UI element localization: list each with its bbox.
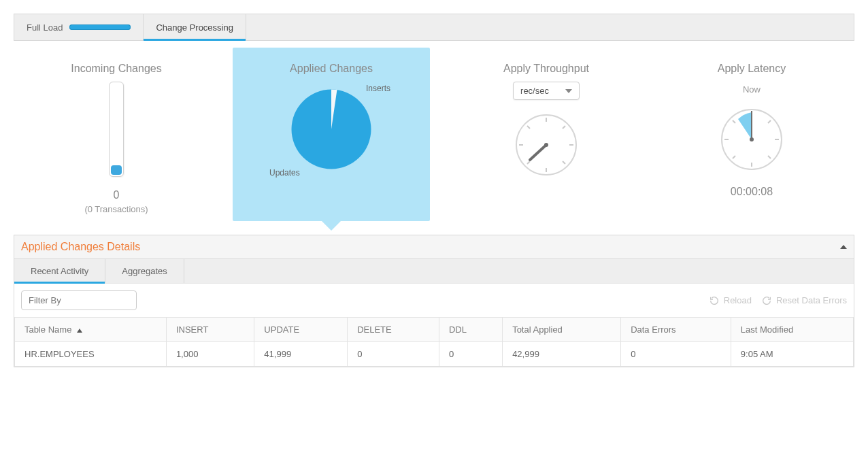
filter-input[interactable] xyxy=(21,290,137,310)
throughput-unit-select[interactable]: rec/sec xyxy=(513,82,580,100)
dashboard: Incoming Changes 0 (0 Transactions) Appl… xyxy=(14,41,854,235)
tab-change-processing[interactable]: Change Processing xyxy=(144,14,246,40)
subtab-aggregates-label: Aggregates xyxy=(122,266,167,276)
svg-line-9 xyxy=(563,126,565,129)
cell-errors: 0 xyxy=(621,342,731,367)
col-modified[interactable]: Last Modified xyxy=(731,318,853,342)
incoming-sub: (0 Transactions) xyxy=(84,204,148,214)
apply-latency-title: Apply Latency xyxy=(718,63,786,75)
incoming-changes-card: Incoming Changes 0 (0 Transactions) xyxy=(14,48,219,221)
svg-line-18 xyxy=(768,156,771,158)
svg-point-11 xyxy=(544,143,548,147)
tab-full-load-label: Full Load xyxy=(27,22,63,33)
applied-changes-details-panel: Applied Changes Details Recent Activity … xyxy=(14,235,854,367)
collapse-panel-icon[interactable] xyxy=(840,245,847,249)
col-delete[interactable]: DELETE xyxy=(348,318,439,342)
full-load-progress-icon xyxy=(69,24,131,30)
subtab-recent-label: Recent Activity xyxy=(31,266,88,276)
incoming-thermometer-icon xyxy=(109,82,124,177)
col-table-name-label: Table Name xyxy=(24,324,71,335)
latency-gauge-icon xyxy=(718,105,786,173)
cell-table-name: HR.EMPLOYEES xyxy=(15,342,167,367)
tab-full-load[interactable]: Full Load xyxy=(14,14,144,40)
col-insert[interactable]: INSERT xyxy=(166,318,254,342)
details-controls: Reload Reset Data Errors xyxy=(14,283,854,317)
tab-change-processing-label: Change Processing xyxy=(156,22,233,33)
pie-label-updates: Updates xyxy=(269,168,300,178)
svg-line-10 xyxy=(530,145,546,160)
details-subtabs: Recent Activity Aggregates xyxy=(14,258,854,283)
svg-line-8 xyxy=(527,161,530,164)
reload-button[interactable]: Reload xyxy=(709,295,752,306)
table-header-row: Table Name INSERT UPDATE DELETE DDL Tota… xyxy=(15,318,854,342)
reload-label: Reload xyxy=(724,295,752,305)
apply-throughput-card: Apply Throughput rec/sec xyxy=(444,48,649,221)
apply-latency-sub: Now xyxy=(743,84,761,95)
apply-latency-value: 00:00:08 xyxy=(731,186,773,198)
throughput-gauge-icon xyxy=(512,111,580,179)
subtab-aggregates[interactable]: Aggregates xyxy=(105,259,184,283)
col-update[interactable]: UPDATE xyxy=(254,318,348,342)
svg-line-6 xyxy=(527,126,530,129)
applied-changes-card[interactable]: Applied Changes Inserts Updates xyxy=(233,48,430,221)
svg-line-17 xyxy=(733,120,735,123)
svg-point-22 xyxy=(750,137,754,141)
reset-data-errors-button[interactable]: Reset Data Errors xyxy=(761,295,847,306)
top-tabs: Full Load Change Processing xyxy=(14,14,854,41)
cell-delete: 0 xyxy=(348,342,439,367)
details-table: Table Name INSERT UPDATE DELETE DDL Tota… xyxy=(14,317,854,367)
col-ddl[interactable]: DDL xyxy=(439,318,502,342)
details-title: Applied Changes Details xyxy=(21,241,140,253)
cell-modified: 9:05 AM xyxy=(731,342,853,367)
throughput-unit-selected: rec/sec xyxy=(520,86,549,96)
col-total[interactable]: Total Applied xyxy=(503,318,621,342)
applied-changes-title: Applied Changes xyxy=(290,63,373,75)
incoming-changes-title: Incoming Changes xyxy=(71,63,161,75)
reset-label: Reset Data Errors xyxy=(776,295,847,305)
apply-throughput-title: Apply Throughput xyxy=(503,63,589,75)
incoming-value: 0 xyxy=(114,189,120,201)
applied-pie-chart: Inserts Updates xyxy=(287,85,375,173)
col-errors[interactable]: Data Errors xyxy=(621,318,731,342)
svg-line-20 xyxy=(768,120,771,123)
table-row[interactable]: HR.EMPLOYEES 1,000 41,999 0 0 42,999 0 9… xyxy=(15,342,854,367)
chevron-down-icon xyxy=(565,89,572,93)
cell-ddl: 0 xyxy=(439,342,502,367)
subtab-recent-activity[interactable]: Recent Activity xyxy=(14,259,105,283)
svg-line-7 xyxy=(563,161,565,164)
apply-latency-card: Apply Latency Now 00:00:08 xyxy=(649,48,854,221)
cell-update: 41,999 xyxy=(254,342,348,367)
svg-line-19 xyxy=(733,156,735,158)
undo-icon xyxy=(761,295,772,306)
reload-icon xyxy=(709,295,720,306)
col-table-name[interactable]: Table Name xyxy=(15,318,167,342)
sort-asc-icon xyxy=(77,329,82,333)
cell-total: 42,999 xyxy=(503,342,621,367)
pie-label-inserts: Inserts xyxy=(366,84,390,93)
cell-insert: 1,000 xyxy=(166,342,254,367)
